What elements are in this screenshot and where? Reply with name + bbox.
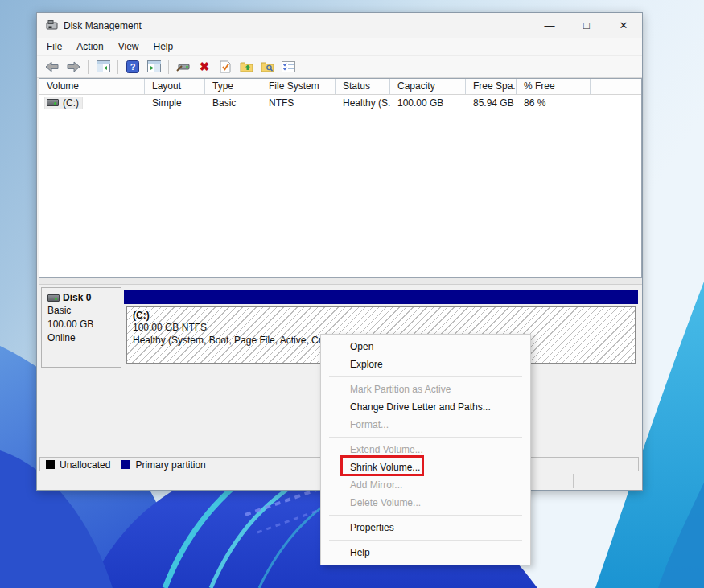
menu-bar: File Action View Help xyxy=(37,38,642,56)
toolbar-separator xyxy=(168,60,169,74)
context-menu-item-explore[interactable]: Explore xyxy=(321,356,530,373)
context-menu-item-help[interactable]: Help xyxy=(321,544,530,561)
volume-capacity: 100.00 GB xyxy=(390,97,466,109)
window-title: Disk Management xyxy=(64,20,142,31)
primary-partition-swatch xyxy=(121,460,130,469)
context-menu-item-shrink-volume[interactable]: Shrink Volume... xyxy=(321,458,530,476)
column-header-free-space[interactable]: Free Spa... xyxy=(466,79,517,94)
forward-icon[interactable] xyxy=(64,59,82,75)
menu-help[interactable]: Help xyxy=(146,39,181,54)
pane-splitter[interactable] xyxy=(39,278,642,285)
mark-active-icon[interactable] xyxy=(216,59,234,75)
column-header-type[interactable]: Type xyxy=(205,79,261,94)
disk-view-icon[interactable] xyxy=(175,59,192,75)
menu-view[interactable]: View xyxy=(111,39,146,54)
close-button[interactable]: ✕ xyxy=(605,13,642,38)
column-header-layout[interactable]: Layout xyxy=(145,79,205,94)
svg-text:?: ? xyxy=(130,62,136,72)
partition-context-menu: Open Explore Mark Partition as Active Ch… xyxy=(320,334,531,565)
volume-status: Healthy (S... xyxy=(336,97,390,109)
column-header-volume[interactable]: Volume xyxy=(39,79,145,94)
menu-separator xyxy=(329,540,522,541)
disk-capacity: 100.00 GB xyxy=(47,319,121,331)
toolbar-separator xyxy=(88,60,89,74)
minimize-button[interactable]: — xyxy=(531,13,568,38)
menu-file[interactable]: File xyxy=(47,39,69,54)
open-folder-icon[interactable] xyxy=(237,59,255,75)
menu-action[interactable]: Action xyxy=(69,39,110,54)
menu-separator xyxy=(329,437,522,438)
disk-name: Disk 0 xyxy=(63,292,91,303)
partition-details: 100.00 GB NTFS xyxy=(133,321,635,334)
partition-color-strip xyxy=(124,290,638,304)
volume-row-c[interactable]: (C:) Simple Basic NTFS Healthy (S... 100… xyxy=(39,95,641,110)
context-menu-item-mark-partition-active: Mark Partition as Active xyxy=(321,380,530,398)
column-header-percent-free[interactable]: % Free xyxy=(517,79,591,94)
menu-separator xyxy=(329,376,522,377)
context-menu-item-properties[interactable]: Properties xyxy=(321,519,530,537)
disk-status: Online xyxy=(47,332,121,344)
column-header-file-system[interactable]: File System xyxy=(261,79,336,94)
context-menu-item-add-mirror: Add Mirror... xyxy=(321,476,530,494)
context-menu-item-open[interactable]: Open xyxy=(321,338,530,356)
show-action-pane-icon[interactable] xyxy=(145,59,163,75)
volume-name: (C:) xyxy=(63,97,79,109)
disk-icon xyxy=(47,294,60,302)
toolbar: ? ✖ xyxy=(37,56,642,78)
context-menu-item-delete-volume: Delete Volume... xyxy=(321,494,530,512)
title-bar[interactable]: Disk Management — □ ✕ xyxy=(37,13,642,38)
context-menu-item-change-drive-letter[interactable]: Change Drive Letter and Paths... xyxy=(321,398,530,416)
column-header-capacity[interactable]: Capacity xyxy=(390,79,466,94)
volume-layout: Simple xyxy=(145,97,205,109)
volume-type: Basic xyxy=(205,97,261,109)
disk-type: Basic xyxy=(47,305,121,317)
context-menu-item-format: Format... xyxy=(321,416,530,434)
volume-percent-free: 86 % xyxy=(517,97,591,109)
explore-folder-icon[interactable] xyxy=(258,59,276,75)
volume-list-header: Volume Layout Type File System Status Ca… xyxy=(39,79,641,95)
volume-free-space: 85.94 GB xyxy=(466,97,517,109)
disk0-info-panel[interactable]: Disk 0 Basic 100.00 GB Online xyxy=(41,287,121,368)
delete-volume-icon[interactable]: ✖ xyxy=(196,59,213,75)
unallocated-swatch xyxy=(46,460,55,469)
maximize-button[interactable]: □ xyxy=(568,13,605,38)
properties-icon[interactable] xyxy=(279,59,297,75)
primary-partition-label: Primary partition xyxy=(135,459,205,471)
status-bar-divider xyxy=(573,474,574,488)
menu-separator xyxy=(329,515,522,516)
disk-management-app-icon xyxy=(46,19,59,32)
column-header-filler xyxy=(591,79,641,94)
context-menu-item-extend-volume: Extend Volume... xyxy=(321,441,530,458)
column-header-status[interactable]: Status xyxy=(336,79,390,94)
partition-name: (C:) xyxy=(133,310,635,321)
back-icon[interactable] xyxy=(43,59,61,75)
unallocated-label: Unallocated xyxy=(60,459,110,471)
volume-list: Volume Layout Type File System Status Ca… xyxy=(39,78,642,278)
show-console-tree-icon[interactable] xyxy=(94,59,112,75)
toolbar-separator xyxy=(117,60,118,74)
help-icon[interactable]: ? xyxy=(124,59,142,75)
volume-file-system: NTFS xyxy=(261,97,336,109)
drive-icon xyxy=(47,99,59,106)
